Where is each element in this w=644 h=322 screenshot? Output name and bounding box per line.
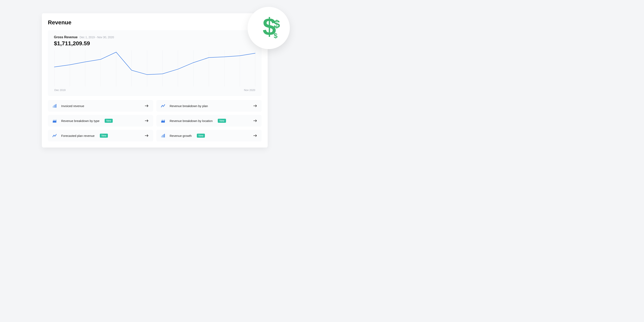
revenue-series-line — [54, 52, 255, 75]
svg-rect-17 — [56, 104, 56, 108]
arrow-right-icon — [253, 104, 257, 107]
gross-revenue-panel: Gross Revenue Dec 1, 2019 - Nov 30, 2020… — [48, 30, 262, 96]
report-tile-label: Forecasted plan revenue — [61, 134, 94, 138]
page-title: Revenue — [48, 19, 262, 26]
report-tile[interactable]: Revenue growthNew — [156, 130, 262, 142]
new-badge: New — [197, 134, 205, 138]
line-chart-icon — [161, 104, 165, 108]
metric-value: $1,711,209.59 — [54, 40, 256, 47]
arrow-right-icon — [145, 119, 149, 122]
svg-rect-32 — [164, 134, 165, 138]
svg-rect-16 — [55, 105, 55, 108]
report-tile[interactable]: Revenue breakdown by typeNew — [48, 115, 153, 126]
x-axis-start: Dec 2019 — [54, 88, 66, 92]
svg-text:$: $ — [274, 18, 280, 30]
line-chart-icon — [52, 134, 57, 138]
arrow-right-icon — [253, 119, 257, 122]
bar-chart-icon — [52, 104, 57, 108]
report-tile[interactable]: Forecasted plan revenueNew — [48, 130, 153, 142]
new-badge: New — [218, 119, 226, 123]
dollar-sign-icon: $ $ $ — [254, 13, 284, 43]
svg-text:$: $ — [274, 32, 278, 40]
report-tile-label: Revenue growth — [170, 134, 192, 138]
bar-chart-icon — [161, 134, 165, 138]
revenue-card: Revenue Gross Revenue Dec 1, 2019 - Nov … — [42, 13, 268, 148]
new-badge: New — [100, 134, 108, 138]
svg-rect-31 — [163, 134, 164, 138]
report-tile[interactable]: Revenue breakdown by plan — [156, 100, 262, 112]
report-tile-label: Revenue breakdown by plan — [170, 104, 208, 108]
gross-revenue-chart — [54, 50, 256, 86]
svg-rect-14 — [53, 106, 53, 108]
report-tiles: Invoiced revenueRevenue breakdown by pla… — [48, 100, 262, 142]
dollar-badge: $ $ $ — [248, 7, 290, 49]
arrow-right-icon — [145, 104, 149, 107]
report-tile-label: Invoiced revenue — [61, 104, 84, 108]
metric-date-range: Dec 1, 2019 - Nov 30, 2020 — [80, 36, 114, 39]
svg-rect-29 — [161, 136, 162, 138]
stacked-area-icon — [52, 118, 57, 123]
metric-label: Gross Revenue — [54, 36, 78, 39]
report-tile[interactable]: Revenue breakdown by locationNew — [156, 115, 262, 126]
report-tile-label: Revenue breakdown by type — [61, 119, 100, 122]
arrow-right-icon — [145, 134, 149, 137]
x-axis-end: Nov 2020 — [244, 88, 255, 92]
new-badge: New — [105, 119, 113, 123]
arrow-right-icon — [253, 134, 257, 137]
svg-rect-15 — [54, 105, 54, 108]
stacked-area-icon — [161, 118, 165, 123]
report-tile-label: Revenue breakdown by location — [170, 119, 212, 122]
report-tile[interactable]: Invoiced revenue — [48, 100, 153, 112]
svg-rect-30 — [162, 135, 163, 138]
